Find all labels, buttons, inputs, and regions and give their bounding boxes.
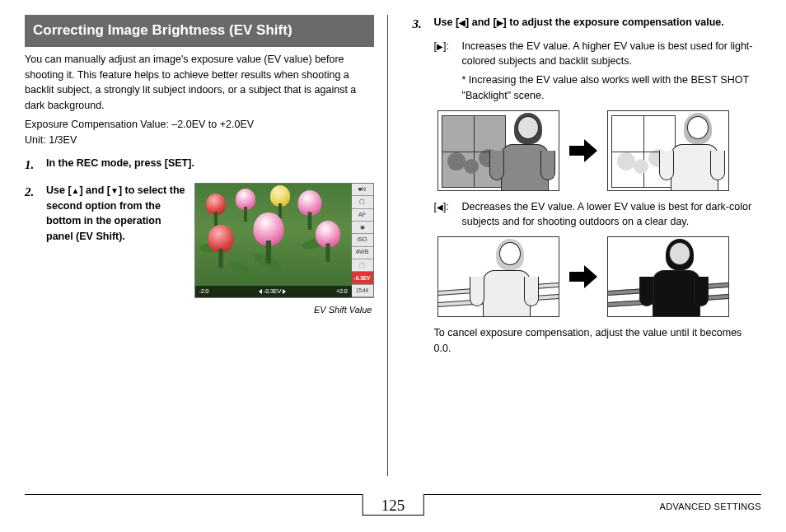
right-triangle-icon: ▶ bbox=[437, 40, 443, 53]
step-2: 2. Use [▲] and [▼] to select the second … bbox=[25, 183, 374, 317]
person-shape bbox=[644, 237, 704, 316]
tree-shape bbox=[634, 159, 648, 174]
step-text-part: ] and [ bbox=[466, 16, 497, 28]
ev-range: Exposure Compensation Value: –2.0EV to +… bbox=[25, 117, 374, 133]
clearday-after bbox=[607, 236, 729, 317]
down-triangle-icon: ▼ bbox=[110, 184, 119, 197]
right-triangle-icon: ▶ bbox=[497, 16, 503, 29]
side-cell: ISO bbox=[352, 234, 373, 246]
side-cell-highlight: -0.3EV bbox=[352, 272, 373, 284]
arrow-right-icon bbox=[569, 139, 597, 162]
side-cell: ⬚ bbox=[352, 259, 373, 272]
step-2-text: Use [▲] and [▼] to select the second opt… bbox=[46, 183, 186, 245]
side-cell: ■N bbox=[352, 184, 373, 196]
ev-unit: Unit: 1/3EV bbox=[25, 133, 374, 148]
left-triangle-icon: ◀ bbox=[437, 201, 443, 213]
camera-lcd: -2.0 -0.3EV +2.0 ■N ▢ bbox=[194, 183, 374, 298]
person-shape bbox=[493, 111, 552, 190]
step-text-part: Use [ bbox=[434, 16, 460, 28]
step-1-text: In the REC mode, press [SET]. bbox=[46, 156, 374, 175]
tulip-shape bbox=[207, 225, 235, 268]
side-cell: ◉ bbox=[352, 222, 373, 234]
step-text-part: ] and [ bbox=[79, 184, 110, 196]
ev-max: +2.0 bbox=[336, 287, 348, 296]
bracket: ]: bbox=[443, 201, 449, 212]
increase-text: Increases the EV value. A higher EV valu… bbox=[462, 39, 762, 70]
tulip-shape bbox=[205, 194, 227, 226]
clearday-before bbox=[437, 236, 559, 317]
page-number: 125 bbox=[363, 494, 424, 516]
increase-desc: [▶]: Increases the EV value. A higher EV… bbox=[434, 39, 762, 104]
clearday-illustration-row bbox=[437, 236, 762, 317]
tree-shape bbox=[447, 152, 466, 170]
decrease-key: [◀]: bbox=[434, 199, 456, 231]
side-cell: AF bbox=[352, 209, 373, 222]
ev-center: -0.3EV bbox=[259, 287, 286, 296]
footer-section-label: ADVANCED SETTINGS bbox=[660, 495, 761, 514]
step-1: 1. In the REC mode, press [SET]. bbox=[25, 156, 374, 175]
lcd-photo-area: -2.0 -0.3EV +2.0 bbox=[195, 184, 352, 297]
step-number: 1. bbox=[25, 156, 40, 175]
page-footer: 125 ADVANCED SETTINGS bbox=[25, 494, 761, 522]
step-number: 2. bbox=[25, 183, 40, 317]
tulip-shape bbox=[251, 212, 284, 264]
backlit-illustration-row bbox=[437, 110, 762, 191]
step-text-part: Use [ bbox=[46, 184, 72, 196]
ev-bar: -2.0 -0.3EV +2.0 bbox=[195, 286, 352, 297]
step-text-part: ] to adjust the exposure compensation va… bbox=[503, 16, 724, 28]
ev-value: -0.3EV bbox=[264, 287, 281, 296]
tree-shape bbox=[464, 159, 479, 174]
intro-paragraph: You can manually adjust an image's expos… bbox=[25, 52, 374, 114]
lcd-side-panel: ■N ▢ AF ◉ ISO AWB ⬚ -0.3EV 15:44 bbox=[352, 184, 373, 297]
side-cell: ▢ bbox=[352, 196, 373, 208]
person-shape bbox=[662, 111, 722, 190]
increase-note: * Increasing the EV value also works wel… bbox=[462, 72, 762, 104]
section-title: Correcting Image Brightness (EV Shift) bbox=[25, 15, 374, 47]
step-3-text: Use [◀] and [▶] to adjust the exposure c… bbox=[434, 15, 762, 34]
tulip-shape bbox=[314, 221, 341, 262]
person-shape bbox=[475, 237, 534, 316]
ev-min: -2.0 bbox=[199, 287, 209, 296]
tree-shape bbox=[617, 152, 635, 170]
arrow-right-icon bbox=[569, 265, 597, 288]
backlit-before bbox=[437, 110, 559, 191]
decrease-desc: [◀]: Decreases the EV value. A lower EV … bbox=[434, 199, 762, 231]
increase-key: [▶]: bbox=[434, 39, 456, 104]
decrease-text: Decreases the EV value. A lower EV value… bbox=[462, 199, 762, 231]
up-triangle-icon: ▲ bbox=[72, 184, 80, 197]
cancel-note: To cancel exposure compensation, adjust … bbox=[434, 325, 762, 357]
step-number: 3. bbox=[413, 15, 428, 34]
page-columns: Correcting Image Brightness (EV Shift) Y… bbox=[25, 15, 761, 476]
bracket: ]: bbox=[443, 40, 449, 52]
camera-lcd-figure: -2.0 -0.3EV +2.0 ■N ▢ bbox=[194, 183, 374, 317]
left-triangle-icon bbox=[259, 289, 262, 294]
left-triangle-icon: ◀ bbox=[459, 16, 466, 29]
right-column: 3. Use [◀] and [▶] to adjust the exposur… bbox=[408, 15, 762, 476]
side-cell: AWB bbox=[352, 247, 373, 259]
left-column: Correcting Image Brightness (EV Shift) Y… bbox=[25, 15, 388, 476]
right-triangle-icon bbox=[283, 289, 286, 294]
step-3: 3. Use [◀] and [▶] to adjust the exposur… bbox=[413, 15, 762, 34]
figure-caption: EV Shift Value bbox=[194, 303, 374, 317]
side-cell-time: 15:44 bbox=[352, 285, 373, 297]
backlit-after bbox=[607, 110, 729, 191]
